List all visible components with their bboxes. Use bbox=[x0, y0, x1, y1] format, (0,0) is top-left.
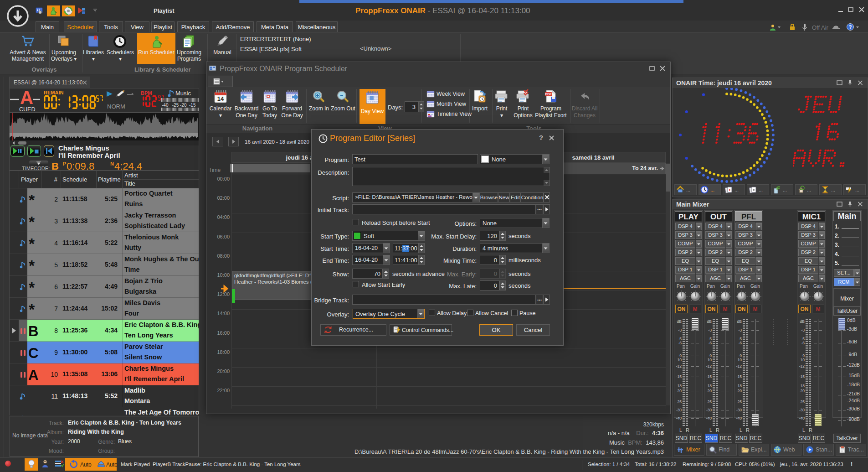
svg-text:?: ? bbox=[849, 24, 852, 30]
svg-text:14: 14 bbox=[217, 95, 224, 102]
svg-text:PDF: PDF bbox=[545, 93, 552, 96]
